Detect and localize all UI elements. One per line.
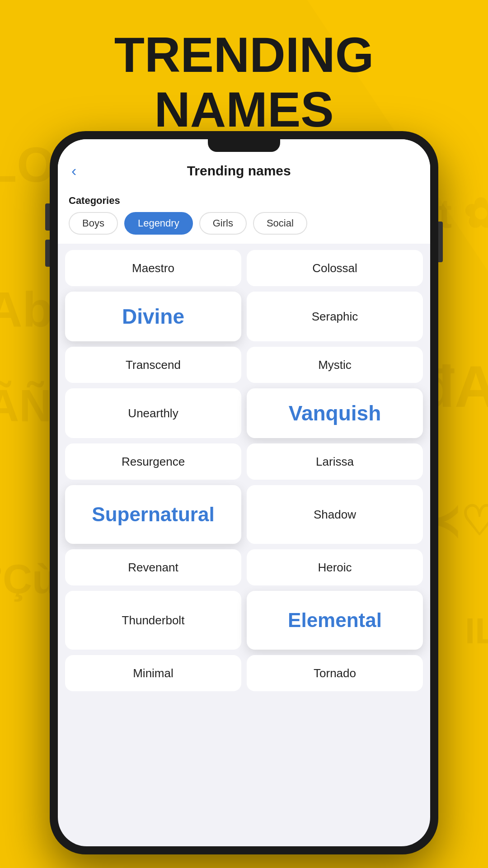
name-card-resurgence[interactable]: Resurgence xyxy=(65,443,241,480)
name-card-larissa[interactable]: Larissa xyxy=(247,443,423,480)
phone-btn-power xyxy=(438,222,443,262)
name-card-divine[interactable]: Divine xyxy=(65,292,241,341)
bg-text-cu: °Çù xyxy=(0,556,57,603)
name-card-seraphic[interactable]: Seraphic xyxy=(247,292,423,341)
phone-btn-volume-down xyxy=(45,240,50,267)
category-boys[interactable]: Boys xyxy=(69,212,118,235)
category-legendry[interactable]: Legendry xyxy=(124,212,193,235)
name-card-minimal[interactable]: Minimal xyxy=(65,655,241,691)
name-card-colossal[interactable]: Colossal xyxy=(247,250,423,286)
name-card-heroic[interactable]: Heroic xyxy=(247,549,423,585)
name-card-thunderbolt[interactable]: Thunderbolt xyxy=(65,591,241,650)
name-card-mystic[interactable]: Mystic xyxy=(247,347,423,383)
name-card-revenant[interactable]: Revenant xyxy=(65,549,241,585)
back-button[interactable]: ‹ xyxy=(71,162,76,179)
category-social[interactable]: Social xyxy=(253,212,307,235)
categories-label: Categories xyxy=(69,195,419,207)
screen-title: Trending names xyxy=(81,163,397,179)
names-list: Maestro Colossal Divine Seraphic Transce… xyxy=(58,244,430,846)
name-card-unearthly[interactable]: Unearthly xyxy=(65,388,241,438)
page-heading: TRENDING NAMES xyxy=(0,27,488,137)
name-card-vanquish[interactable]: Vanquish xyxy=(247,388,423,438)
phone-btn-volume-up xyxy=(45,203,50,231)
categories-row: Boys Legendry Girls Social xyxy=(69,212,419,235)
phone-mockup: ‹ Trending names Categories Boys Legendr… xyxy=(50,131,438,854)
name-card-supernatural[interactable]: Supernatural xyxy=(65,485,241,544)
phone-body: ‹ Trending names Categories Boys Legendr… xyxy=(50,131,438,854)
bg-text-il: IL xyxy=(465,610,488,652)
phone-notch xyxy=(208,139,280,152)
categories-section: Categories Boys Legendry Girls Social xyxy=(58,189,430,244)
name-card-tornado[interactable]: Tornado xyxy=(247,655,423,691)
name-card-transcend[interactable]: Transcend xyxy=(65,347,241,383)
name-card-maestro[interactable]: Maestro xyxy=(65,250,241,286)
name-card-elemental[interactable]: Elemental xyxy=(247,591,423,650)
phone-screen: ‹ Trending names Categories Boys Legendr… xyxy=(58,139,430,846)
category-girls[interactable]: Girls xyxy=(199,212,247,235)
name-card-shadow[interactable]: Shadow xyxy=(247,485,423,544)
